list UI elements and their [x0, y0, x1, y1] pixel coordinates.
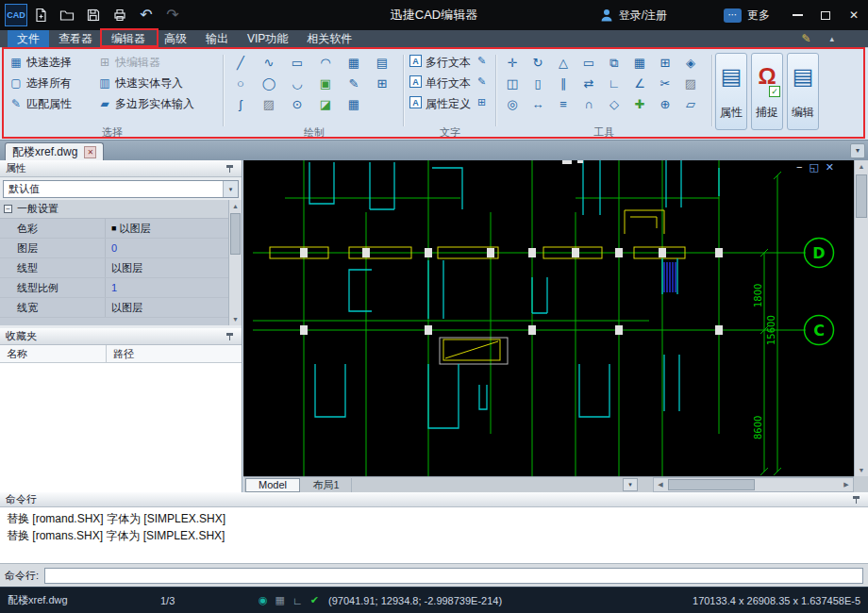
extend-tool[interactable]: ↔	[526, 95, 550, 113]
property-row-layer[interactable]: 图层 0	[0, 239, 228, 258]
snap-toggle-button[interactable]: Ω ✓ 捕捉	[751, 53, 783, 130]
fillet-tool[interactable]: ◈	[678, 54, 703, 72]
point-tool[interactable]: ⊙	[285, 95, 309, 113]
match-properties-button[interactable]: ✎匹配属性	[9, 95, 72, 112]
join-tool[interactable]: ⊞	[653, 54, 677, 72]
property-row-color[interactable]: 色彩 ■以图层	[0, 219, 228, 239]
save-button[interactable]	[80, 3, 107, 27]
table-tool[interactable]: ▤	[370, 54, 394, 72]
property-row-ltscale[interactable]: 线型比例 1	[0, 278, 228, 298]
insert-tool[interactable]: ⊕	[653, 95, 677, 113]
property-grid-scrollbar[interactable]: ▲ ▼	[228, 200, 242, 325]
scrollbar-thumb[interactable]	[230, 213, 241, 255]
mtext-button[interactable]: 多行文本	[426, 55, 471, 71]
swap-tool[interactable]: ⇄	[576, 75, 601, 92]
angle-tool[interactable]: ∠	[627, 75, 652, 92]
open-file-button[interactable]	[54, 3, 80, 27]
select-all-button[interactable]: ▢选择所有	[9, 75, 72, 91]
polygon-entity-input-button[interactable]: ▰多边形实体输入	[98, 95, 194, 112]
scroll-left-icon[interactable]: ◀	[654, 478, 667, 491]
maximize-button[interactable]	[811, 3, 840, 27]
quick-editor-button[interactable]: ⊞快编辑器	[98, 54, 160, 71]
command-history[interactable]: 替换 [romand.SHX] 字体为 [SIMPLEX.SHX] 替换 [ro…	[0, 507, 868, 563]
copy-tool[interactable]: ⧉	[602, 54, 626, 72]
scroll-down-icon[interactable]: ▼	[229, 313, 242, 325]
collapse-ribbon-icon[interactable]: ▴	[829, 34, 834, 43]
arc-tool[interactable]: ◠	[313, 54, 338, 72]
ortho-toggle-icon[interactable]: ∟	[292, 595, 303, 606]
redo-button[interactable]: ↷	[159, 3, 186, 27]
corner-tool[interactable]: ∟	[602, 75, 626, 92]
close-button[interactable]: ✕	[840, 3, 868, 27]
offset-tool[interactable]: ▯	[526, 75, 550, 92]
align-tool[interactable]: ◫	[500, 75, 525, 92]
rectangle-tool[interactable]: ▭	[285, 54, 309, 72]
parallel-tool[interactable]: ∥	[551, 75, 576, 92]
arc3p-tool[interactable]: ◡	[285, 75, 309, 92]
property-group-general[interactable]: − 一般设置	[0, 200, 228, 219]
scroll-up-icon[interactable]: ▲	[229, 200, 242, 212]
scrollbar-thumb[interactable]	[856, 174, 867, 218]
scrollbar-thumb[interactable]	[668, 479, 755, 490]
grid-toggle-icon[interactable]: ▦	[275, 594, 285, 606]
pin-icon[interactable]	[225, 331, 236, 341]
donut-tool[interactable]: ◎	[500, 95, 525, 113]
scroll-down-icon[interactable]: ▼	[855, 464, 868, 476]
polyline-tool[interactable]: ∿	[257, 54, 281, 72]
polygon-edit-tool[interactable]: ◇	[602, 95, 626, 113]
pin-icon[interactable]	[852, 494, 862, 505]
layout-list-dropdown[interactable]: ▾	[623, 478, 638, 491]
layers-tool[interactable]: ≡	[551, 95, 576, 113]
attribute-define-button[interactable]: 属性定义	[426, 96, 471, 112]
rotate-tool[interactable]: ↻	[526, 54, 550, 72]
properties-panel-button[interactable]: ▤ 属性	[715, 53, 747, 130]
move-tool[interactable]: ✛	[500, 54, 525, 72]
stretch-tool[interactable]: ▭	[576, 54, 601, 72]
scroll-right-icon[interactable]: ▶	[840, 478, 853, 491]
favorites-col-path[interactable]: 路径	[107, 345, 242, 362]
single-text-button[interactable]: 单行文本	[426, 75, 471, 91]
menu-tab-file[interactable]: 文件	[8, 30, 49, 47]
gradient-tool[interactable]: ◪	[313, 95, 338, 113]
text-edit-icon[interactable]: ✎	[477, 75, 486, 88]
tab-layout1[interactable]: 布局1	[301, 478, 352, 492]
login-button[interactable]: 登录/注册	[599, 8, 667, 24]
spline-tool[interactable]: ʃ	[228, 95, 253, 113]
collapse-group-icon[interactable]: −	[4, 205, 12, 213]
quick-entity-import-button[interactable]: ▥快速实体导入	[98, 75, 183, 91]
line-tool[interactable]: ╱	[228, 54, 253, 72]
edit-panel-button[interactable]: ▤ 编辑	[787, 53, 819, 130]
menu-tab-advanced[interactable]: 高级	[155, 30, 196, 47]
hatch-edit-tool[interactable]: ▨	[678, 75, 703, 92]
osnap-check-icon[interactable]: ✔	[310, 594, 319, 606]
attribute-edit-icon[interactable]: ⊞	[477, 96, 486, 108]
freehand-tool[interactable]: ✎	[342, 75, 366, 92]
mtext-edit-icon[interactable]: ✎	[477, 55, 486, 67]
mirror-tool[interactable]: △	[551, 54, 576, 72]
minimize-button[interactable]	[783, 3, 811, 27]
favorites-list[interactable]	[0, 363, 242, 492]
vertical-scrollbar[interactable]: ▲ ▼	[854, 160, 868, 476]
menu-tab-vip[interactable]: VIP功能	[238, 30, 297, 47]
quick-select-button[interactable]: ▦快速选择	[9, 54, 72, 71]
favorites-col-name[interactable]: 名称	[0, 345, 107, 362]
skew-tool[interactable]: ▱	[678, 95, 703, 113]
new-file-button[interactable]	[27, 3, 54, 27]
trim-tool[interactable]: ✂	[653, 75, 677, 92]
pin-icon[interactable]	[225, 163, 236, 174]
pen-icon[interactable]: ✎	[801, 32, 810, 45]
scroll-up-icon[interactable]: ▲	[855, 160, 868, 173]
cad-drawing[interactable]: D C 1800 15600 8600	[243, 160, 854, 476]
menu-tab-viewer[interactable]: 查看器	[49, 30, 102, 47]
property-row-linetype[interactable]: 线型 以图层	[0, 258, 228, 278]
snap-toggle-icon[interactable]: ◉	[259, 594, 268, 606]
menu-tab-output[interactable]: 输出	[196, 30, 238, 47]
array-tool[interactable]: ▦	[627, 54, 652, 72]
more-button[interactable]: ⋯ 更多	[724, 8, 770, 24]
tab-list-dropdown[interactable]: ▾	[850, 143, 865, 158]
tab-close-icon[interactable]: ✕	[84, 146, 96, 158]
tab-model[interactable]: Model	[245, 478, 300, 492]
viewport-minimize-icon[interactable]: −	[796, 161, 802, 174]
image-tool[interactable]: ▣	[313, 75, 338, 92]
document-tab[interactable]: 配楼xref.dwg ✕	[5, 142, 104, 161]
